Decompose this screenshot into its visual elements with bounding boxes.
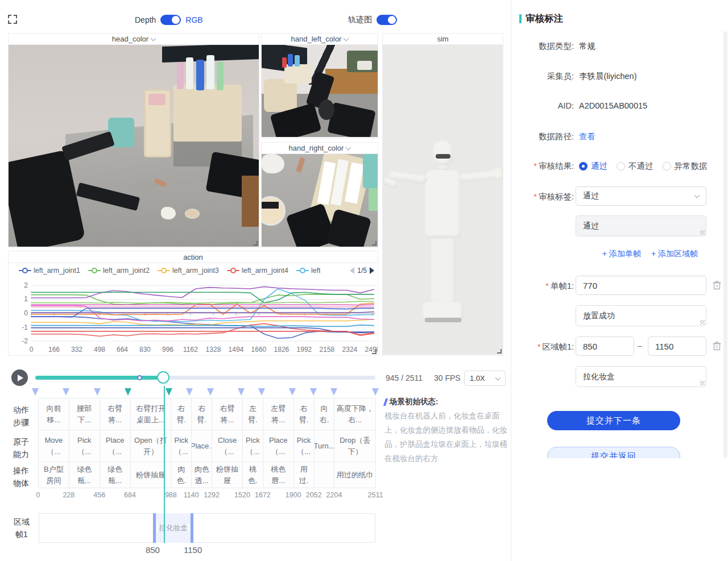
ruler-tick-label: 988	[165, 491, 177, 499]
timeline-slider-handle[interactable]	[157, 371, 169, 384]
svg-text:1660: 1660	[251, 346, 267, 354]
svg-text:1162: 1162	[183, 346, 198, 354]
robot-torso	[425, 170, 461, 238]
single-frame-input[interactable]: 770	[576, 276, 706, 295]
region-start-value: 850	[146, 545, 160, 555]
submit-next-button[interactable]: 提交并下一条	[547, 411, 680, 430]
svg-text:0: 0	[24, 309, 28, 317]
sim-viewport[interactable]	[383, 45, 503, 355]
step-marker[interactable]	[372, 388, 379, 396]
delete-single-frame-icon[interactable]	[713, 280, 721, 290]
depth-rgb-toggle[interactable]	[160, 15, 181, 25]
depth-label: Depth	[135, 15, 156, 24]
legend-item[interactable]: left_arm_joint2	[88, 267, 150, 275]
chevron-down-icon	[346, 144, 351, 150]
timeline-slider-fill	[35, 376, 163, 380]
fullscreen-icon[interactable]	[8, 15, 17, 24]
legend-pager: 1/5	[348, 263, 374, 278]
object-cell: 用过的纸巾	[334, 462, 376, 488]
step-marker[interactable]	[310, 388, 317, 396]
svg-text:-2: -2	[22, 337, 28, 345]
single-frame-note-textarea[interactable]: 放置成功	[576, 305, 706, 326]
ruler-tick-label: 2511	[368, 491, 383, 499]
region-chip[interactable]: 拉化妆盒	[153, 513, 193, 543]
chip-right-handle[interactable]	[188, 524, 189, 532]
step-marker[interactable]	[63, 388, 69, 396]
legend-item[interactable]: left_arm_joint3	[158, 267, 219, 275]
robot-column	[431, 238, 456, 305]
radio-abnormal[interactable]: 异常数据	[663, 161, 708, 172]
step-marker[interactable]	[186, 388, 193, 396]
svg-text:0: 0	[30, 346, 34, 354]
svg-text:332: 332	[71, 346, 82, 354]
step-marker-active[interactable]	[125, 388, 131, 396]
delete-region-frame-icon[interactable]	[713, 341, 721, 351]
sidebar-scrollbar[interactable]	[723, 31, 727, 458]
region-end-input[interactable]: 1150	[648, 336, 706, 356]
step-marker[interactable]	[207, 388, 214, 396]
resize-handle-icon[interactable]	[700, 320, 705, 325]
ruler-tick-label: 1672	[255, 491, 271, 499]
field-collector: 采集员: 李轶晨(liyichen)	[519, 71, 721, 82]
row-label-objects: 操作物体	[12, 465, 30, 489]
ability-cell: Place..	[191, 430, 212, 462]
review-tag-select[interactable]: 通过	[576, 186, 706, 206]
play-button[interactable]	[11, 369, 28, 386]
head-color-header[interactable]: head_color	[9, 34, 259, 45]
step-marker[interactable]	[330, 388, 337, 396]
legend-marker-icon	[158, 268, 170, 273]
ability-cell: Pick（...	[171, 430, 192, 462]
region-start-input[interactable]: 850	[576, 336, 634, 356]
add-single-frame-link[interactable]: + 添加单帧	[602, 249, 641, 259]
trajectory-label: 轨迹图	[348, 15, 372, 25]
legend-marker-icon	[19, 268, 31, 273]
legend-marker-icon	[227, 268, 239, 273]
action-step-cell: 左臂将...	[263, 398, 294, 430]
speed-select[interactable]: 1.0X	[464, 371, 506, 386]
resize-corner-icon[interactable]	[253, 241, 258, 246]
legend-next-icon[interactable]	[370, 267, 374, 274]
step-marker[interactable]	[94, 388, 101, 396]
ruler-tick-label: 228	[63, 491, 75, 499]
chevron-down-icon	[344, 35, 349, 41]
step-marker[interactable]	[258, 388, 265, 396]
resize-corner-icon[interactable]	[372, 241, 377, 246]
fps-label: 30 FPS	[434, 373, 461, 383]
resize-handle-icon[interactable]	[700, 381, 705, 385]
action-line-chart: 210-1-2016633249866483099611621328149416…	[9, 278, 378, 355]
legend-item[interactable]: left_arm_joint4	[227, 267, 288, 275]
svg-text:2: 2	[24, 281, 28, 289]
step-marker[interactable]	[289, 388, 296, 396]
region-track[interactable]: 拉化妆盒	[39, 513, 375, 543]
legend-item[interactable]: left_arm_joint5	[296, 267, 320, 275]
action-step-cell: 右臂将...	[100, 398, 131, 430]
legend-prev-icon[interactable]	[350, 267, 354, 274]
ability-cell: Pick（...	[293, 430, 315, 462]
review-tag-note-textarea[interactable]: 通过	[576, 215, 706, 236]
view-link[interactable]: 查看	[579, 131, 595, 142]
radio-fail[interactable]: 不通过	[617, 161, 653, 172]
svg-text:1494: 1494	[229, 346, 244, 354]
resize-corner-icon[interactable]	[497, 349, 502, 354]
chip-left-handle[interactable]	[157, 524, 158, 532]
legend-item[interactable]: left_arm_joint1	[19, 267, 80, 275]
frame-counter: 945 / 2511	[386, 373, 423, 383]
action-step-cell: 左臂.	[242, 398, 263, 430]
step-marker[interactable]	[238, 388, 245, 396]
action-step-cell: 右臂.	[171, 398, 192, 430]
step-marker-active[interactable]	[166, 388, 172, 396]
depth-rgb-toggle-group: Depth RGB	[135, 14, 203, 26]
ability-cell: Open（打开）	[130, 430, 172, 462]
submit-back-button[interactable]: 提交并返回	[547, 447, 680, 458]
trajectory-toggle[interactable]	[377, 15, 397, 25]
hand-left-color-header[interactable]: hand_left_color	[262, 34, 378, 45]
resize-corner-icon[interactable]	[372, 350, 377, 354]
hand-right-color-header[interactable]: hand_right_color	[262, 143, 378, 154]
step-marker[interactable]	[32, 388, 39, 396]
add-region-frame-link[interactable]: + 添加区域帧	[651, 249, 698, 259]
region-frame-note-textarea[interactable]: 拉化妆盒	[576, 366, 706, 387]
resize-handle-icon[interactable]	[700, 230, 705, 235]
svg-text:996: 996	[162, 346, 173, 354]
row-label-actions: 动作步骤	[12, 404, 30, 429]
radio-pass[interactable]: 通过	[579, 161, 607, 172]
